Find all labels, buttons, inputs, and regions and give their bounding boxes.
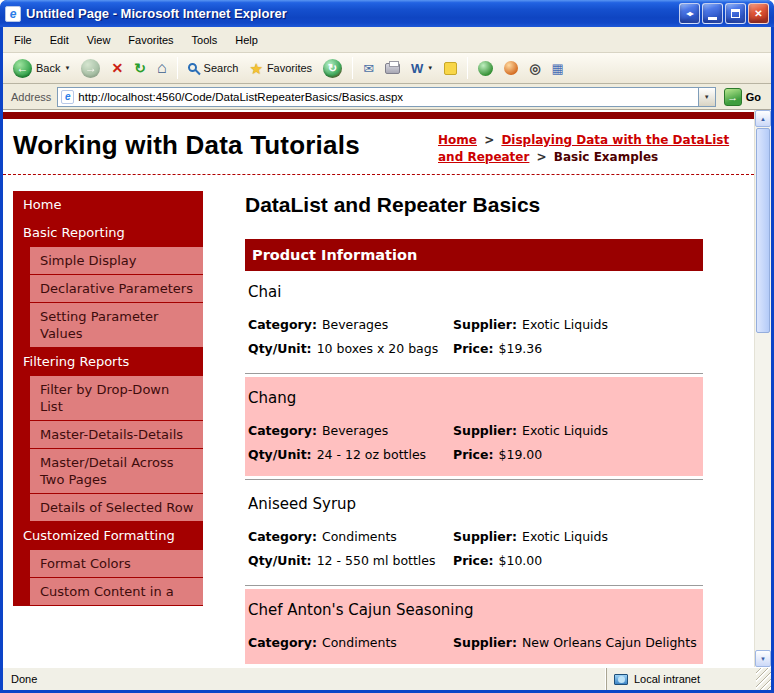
window-title: Untitled Page - Microsoft Internet Explo… <box>26 6 674 21</box>
sidebar-item[interactable]: Format Colors <box>30 550 203 577</box>
product-category: Category:Beverages <box>248 317 453 332</box>
sidebar-item[interactable]: Filter by Drop-Down List <box>30 376 203 420</box>
toolbar-separator <box>177 57 178 79</box>
maximize-button[interactable] <box>725 3 746 24</box>
product-qty: Qty/Unit:12 - 550 ml bottles <box>248 553 453 568</box>
search-label: Search <box>204 62 239 74</box>
main-column: DataList and Repeater Basics Product Inf… <box>245 191 703 667</box>
product-category: Category:Beverages <box>248 423 453 438</box>
sidebar-item[interactable]: Customized Formatting <box>13 522 203 549</box>
tiles-button[interactable]: ▦ <box>548 59 568 78</box>
sidebar-item[interactable]: Master/Detail Across Two Pages <box>30 449 203 493</box>
sidebar-item[interactable]: Master-Details-Details <box>30 421 203 448</box>
resize-grip[interactable] <box>756 668 771 690</box>
category-label: Category: <box>248 635 317 650</box>
supplier-label: Supplier: <box>453 635 517 650</box>
address-input[interactable]: e http://localhost:4560/Code/DataListRep… <box>57 87 715 107</box>
supplier-label: Supplier: <box>453 423 517 438</box>
back-dropdown-icon[interactable]: ▼ <box>64 65 70 71</box>
vertical-scrollbar[interactable]: ▲ ▼ <box>754 110 771 667</box>
address-url[interactable]: http://localhost:4560/Code/DataListRepea… <box>78 91 693 103</box>
web-page: Working with Data Tutorials Home > Displ… <box>3 110 754 667</box>
site-header: Working with Data Tutorials Home > Displ… <box>3 119 754 175</box>
product-category: Category:Condiments <box>248 635 453 650</box>
product-name: Chai <box>245 271 703 301</box>
menu-item[interactable]: View <box>78 29 120 51</box>
titlebar[interactable]: e Untitled Page - Microsoft Internet Exp… <box>0 0 774 27</box>
ie-logo-icon: e <box>5 6 21 22</box>
menu-bar: File Edit View Favorites Tools Help <box>3 27 771 53</box>
back-button[interactable]: ← Back ▼ <box>9 57 74 80</box>
research-button[interactable]: ◎ <box>525 59 544 78</box>
page-content: Home Basic Reporting Simple Display Decl… <box>3 175 754 667</box>
product-information-banner: Product Information <box>245 239 703 271</box>
close-button[interactable]: ✕ <box>748 3 769 24</box>
sidebar-item[interactable]: Filtering Reports <box>13 348 203 375</box>
scroll-up-button[interactable]: ▲ <box>755 110 771 127</box>
sidebar-item[interactable]: Simple Display <box>30 247 203 274</box>
price-label: Price: <box>453 447 494 462</box>
sidebar-item[interactable]: Basic Reporting <box>13 219 203 246</box>
supplier-label: Supplier: <box>453 529 517 544</box>
toolbar: ← Back ▼ → ✕ ↻ ⌂ Search ★ Fa <box>3 53 771 84</box>
product-details: Category:Condiments Supplier:New Orleans… <box>245 635 703 664</box>
product-supplier: Supplier:Exotic Liquids <box>453 423 700 438</box>
stop-button[interactable]: ✕ <box>107 59 127 77</box>
favorites-star-icon: ★ <box>249 61 262 76</box>
menu-item[interactable]: Edit <box>41 29 78 51</box>
window-resize-button[interactable]: ◂▸ <box>679 3 700 24</box>
product-item: Aniseed Syrup Category:Condiments Suppli… <box>245 483 703 582</box>
favorites-label: Favorites <box>267 62 312 74</box>
edit-button[interactable]: W ▼ <box>407 59 437 78</box>
sidebar-item[interactable]: Custom Content in a <box>30 578 203 605</box>
toolbar-separator <box>352 57 353 79</box>
category-value: Beverages <box>322 317 388 332</box>
breadcrumb-home-link[interactable]: Home <box>438 133 477 147</box>
browser-viewport: Working with Data Tutorials Home > Displ… <box>3 110 771 667</box>
forward-button[interactable]: → <box>77 57 104 80</box>
sidebar-item[interactable]: Setting Parameter Values <box>30 303 203 347</box>
scroll-down-button[interactable]: ▼ <box>755 650 771 667</box>
page-top-rule <box>3 112 754 119</box>
product-item: Chai Category:Beverages Supplier:Exotic … <box>245 271 703 370</box>
browser-window: e Untitled Page - Microsoft Internet Exp… <box>0 0 774 693</box>
menu-item[interactable]: Tools <box>183 29 227 51</box>
address-dropdown-button[interactable]: ▼ <box>698 88 715 106</box>
scroll-track[interactable] <box>755 334 771 650</box>
sidebar-item[interactable]: Home <box>13 191 203 218</box>
supplier-value: Exotic Liquids <box>522 317 608 332</box>
favorites-button[interactable]: ★ Favorites <box>245 59 316 78</box>
edit-dropdown-icon[interactable]: ▼ <box>427 65 433 71</box>
product-name: Chef Anton's Cajun Seasoning <box>245 589 703 619</box>
close-icon: ✕ <box>754 8 762 19</box>
web-sync-button[interactable] <box>474 59 497 78</box>
product-item: Chef Anton's Cajun Seasoning Category:Co… <box>245 589 703 664</box>
product-supplier: Supplier:Exotic Liquids <box>453 317 700 332</box>
home-icon: ⌂ <box>157 60 167 76</box>
qty-value: 10 boxes x 20 bags <box>317 341 439 356</box>
search-button[interactable]: Search <box>184 60 243 76</box>
price-label: Price: <box>453 553 494 568</box>
menu-item[interactable]: File <box>5 29 41 51</box>
home-button[interactable]: ⌂ <box>153 58 171 78</box>
menu-item[interactable]: Help <box>226 29 267 51</box>
go-button[interactable]: → Go <box>722 88 767 106</box>
messenger-button[interactable] <box>500 59 522 77</box>
discuss-button[interactable] <box>440 60 461 77</box>
binoculars-icon: ◎ <box>529 61 540 76</box>
refresh-button[interactable]: ↻ <box>130 59 150 77</box>
sidebar-item[interactable]: Declarative Parameters <box>30 275 203 302</box>
qty-value: 24 - 12 oz bottles <box>317 447 427 462</box>
refresh-icon: ↻ <box>134 61 146 75</box>
scroll-thumb[interactable] <box>756 128 770 333</box>
minimize-button[interactable] <box>702 3 723 24</box>
product-supplier: Supplier:New Orleans Cajun Delights <box>453 635 700 650</box>
category-value: Beverages <box>322 423 388 438</box>
menu-item[interactable]: Favorites <box>119 29 182 51</box>
history-button[interactable]: ↻ <box>319 57 346 80</box>
print-button[interactable] <box>381 61 404 76</box>
edit-word-icon: W <box>411 61 423 76</box>
sidebar-item[interactable]: Details of Selected Row <box>30 494 203 521</box>
mail-button[interactable]: ✉ <box>359 59 378 78</box>
minimize-icon <box>708 17 717 20</box>
